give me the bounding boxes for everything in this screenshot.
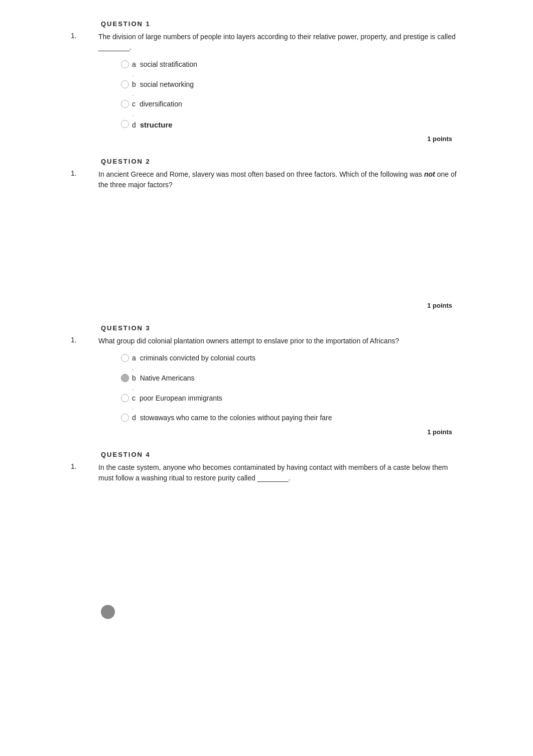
question-1-text: The division of large numbers of people …: [98, 32, 462, 53]
question-2-text: In ancient Greece and Rome, slavery was …: [98, 169, 462, 190]
option-1b-dot: .: [121, 90, 462, 97]
option-1b[interactable]: b social networking: [121, 80, 462, 90]
question-4-row: 1. In the caste system, anyone who becom…: [71, 462, 462, 483]
radio-3a[interactable]: [121, 354, 129, 362]
option-3a-letter: a: [132, 354, 136, 362]
question-3-block: QUESTION 3 1. What group did colonial pl…: [71, 324, 462, 435]
question-2-text-before: In ancient Greece and Rome, slavery was …: [98, 170, 424, 178]
option-3a-text: criminals convicted by colonial courts: [140, 354, 255, 362]
option-1d-letter: d: [132, 121, 136, 129]
question-3-number: 1.: [71, 336, 98, 344]
option-3c-letter: c: [132, 394, 136, 402]
option-1c-text: diversification: [140, 100, 182, 108]
option-3d[interactable]: d stowaways who came to the colonies wit…: [121, 413, 462, 423]
option-3d-label: d stowaways who came to the colonies wit…: [132, 413, 332, 423]
question-2-number: 1.: [71, 169, 98, 177]
question-4-blank-area: [71, 489, 462, 590]
option-1a[interactable]: a social stratification: [121, 60, 462, 70]
question-4-text: In the caste system, anyone who becomes …: [98, 462, 462, 483]
option-1a-dot: .: [121, 71, 462, 78]
option-1a-label: a social stratification: [132, 60, 197, 70]
radio-3b[interactable]: [121, 374, 129, 382]
question-1-header: QUESTION 1: [71, 20, 462, 28]
option-1c[interactable]: c diversification: [121, 99, 462, 109]
question-1-number: 1.: [71, 32, 98, 40]
option-3c[interactable]: c poor European immigrants: [121, 394, 462, 404]
question-2-blank-area: [71, 196, 462, 297]
option-3a-label: a criminals convicted by colonial courts: [132, 353, 255, 363]
option-1d-wrapper: d structure: [121, 119, 462, 131]
radio-1a[interactable]: [121, 60, 129, 68]
question-2-header: QUESTION 2: [71, 158, 462, 165]
question-3-row: 1. What group did colonial plantation ow…: [71, 336, 462, 346]
question-1-points: 1 points: [427, 135, 452, 143]
bottom-area: [71, 605, 462, 619]
question-3-text: What group did colonial plantation owner…: [98, 336, 399, 346]
question-2-points-row: 1 points: [71, 302, 462, 309]
option-1a-letter: a: [132, 60, 136, 68]
option-3a-wrapper: a criminals convicted by colonial courts…: [121, 353, 462, 371]
option-3c-text: poor European immigrants: [140, 394, 222, 402]
option-1c-dot: .: [121, 110, 462, 117]
option-3b-dot: .: [121, 385, 462, 392]
option-1b-label: b social networking: [132, 80, 194, 90]
radio-3d[interactable]: [121, 414, 129, 422]
question-4-number: 1.: [71, 462, 98, 470]
option-3b[interactable]: b Native Americans: [121, 373, 462, 384]
option-1c-wrapper: c diversification .: [121, 99, 462, 117]
question-2-points: 1 points: [427, 302, 452, 309]
option-3c-dot: .: [121, 404, 462, 411]
radio-1b[interactable]: [121, 80, 129, 88]
question-1-options: a social stratification . b social netwo…: [71, 60, 462, 130]
bottom-circle-icon: [101, 605, 115, 619]
option-3a[interactable]: a criminals convicted by colonial courts: [121, 353, 462, 363]
option-3d-text: stowaways who came to the colonies witho…: [140, 414, 332, 422]
option-1a-text: social stratification: [140, 60, 197, 68]
question-2-block: QUESTION 2 1. In ancient Greece and Rome…: [71, 158, 462, 309]
option-3b-letter: b: [132, 374, 136, 382]
option-1b-text: social networking: [140, 80, 194, 88]
radio-1c[interactable]: [121, 100, 129, 108]
question-1-points-row: 1 points: [71, 135, 462, 143]
option-1b-wrapper: b social networking .: [121, 80, 462, 98]
option-3d-letter: d: [132, 414, 136, 422]
option-1a-wrapper: a social stratification .: [121, 60, 462, 78]
radio-3c[interactable]: [121, 394, 129, 402]
option-3c-label: c poor European immigrants: [132, 394, 222, 404]
question-3-header: QUESTION 3: [71, 324, 462, 332]
question-1-block: QUESTION 1 1. The division of large numb…: [71, 20, 462, 143]
option-3b-wrapper: b Native Americans .: [121, 373, 462, 392]
option-1c-letter: c: [132, 100, 136, 108]
radio-1d[interactable]: [121, 120, 129, 128]
question-3-options: a criminals convicted by colonial courts…: [71, 353, 462, 423]
option-1b-letter: b: [132, 80, 136, 88]
question-4-header: QUESTION 4: [71, 451, 462, 458]
option-1d-text: structure: [140, 120, 173, 129]
option-3a-dot: .: [121, 364, 462, 371]
question-1-row: 1. The division of large numbers of peop…: [71, 32, 462, 53]
option-3b-text: Native Americans: [140, 374, 195, 382]
option-3c-wrapper: c poor European immigrants .: [121, 394, 462, 412]
question-3-points: 1 points: [427, 428, 452, 436]
question-4-block: QUESTION 4 1. In the caste system, anyon…: [71, 451, 462, 590]
option-3b-label: b Native Americans: [132, 373, 195, 384]
option-1d[interactable]: d structure: [121, 119, 462, 131]
option-3d-wrapper: d stowaways who came to the colonies wit…: [121, 413, 462, 423]
option-1c-label: c diversification: [132, 99, 182, 109]
question-2-text-em: not: [424, 170, 435, 178]
option-1d-label: d structure: [132, 119, 173, 131]
question-2-row: 1. In ancient Greece and Rome, slavery w…: [71, 169, 462, 190]
page-container: QUESTION 1 1. The division of large numb…: [41, 0, 492, 639]
question-3-points-row: 1 points: [71, 428, 462, 436]
